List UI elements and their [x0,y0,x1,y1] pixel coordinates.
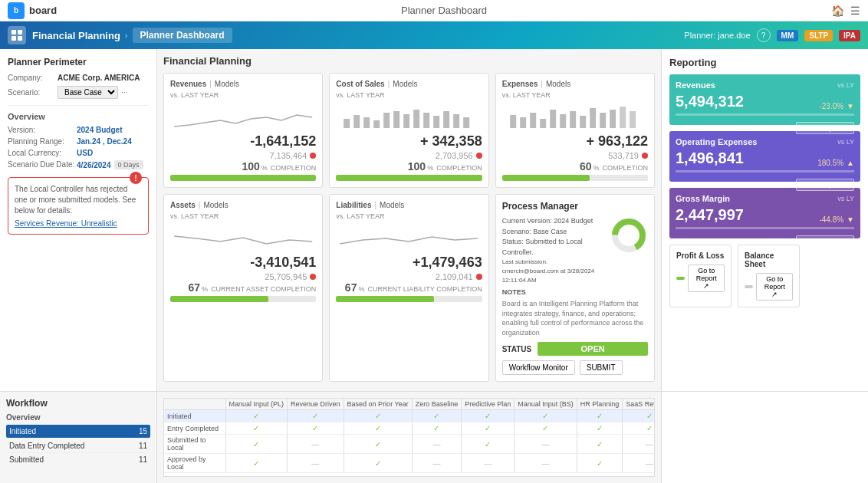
workflow-table: Manual Input (PL) Revenue Driven Based o… [164,399,655,473]
balance-sheet-row: Go to Report ↗ [745,273,793,301]
cos-sparkline [336,104,482,130]
workflow-right-filler [661,392,868,483]
col-revenue-driven: Revenue Driven [288,399,344,410]
cos-title: Cost of Sales [336,80,384,88]
opex-go-report-button[interactable]: Go to Report ↗ [796,179,854,191]
row-submitted-label: Submitted to Local [164,435,225,454]
svg-rect-19 [530,113,536,128]
workflow-left-panel: Workflow Overview Initiated 15 Data Entr… [0,392,157,483]
row-approved-label: Approved by Local [164,454,225,473]
assets-header: Assets | Models [170,201,316,209]
scenario-select[interactable]: Base Case [58,86,118,99]
reporting-bottom: Profit & Loss Go to Report ↗ Balance She… [669,245,796,307]
revenues-pct: 100 [242,160,259,172]
error-box: ! The Local Controller has rejected one … [8,177,149,235]
svg-rect-14 [443,111,449,128]
menu-icon[interactable]: ☰ [850,5,860,17]
scenario-row: Scenario: Base Case ··· [8,86,149,99]
process-buttons: Workflow Monitor SUBMIT [502,360,648,375]
nav-bar: Financial Planning › Planner Dashboard P… [0,21,868,49]
col-saas-revenue: SaaS Revenue [623,399,655,410]
error-icon: ! [130,172,142,184]
submit-button[interactable]: SUBMIT [580,360,623,375]
version-row: Version: 2024 Budget [8,126,149,134]
cost-of-sales-card: Cost of Sales | Models vs. LAST YEAR [329,73,488,188]
svg-rect-18 [520,117,526,128]
svg-rect-24 [580,116,586,128]
workflow-data-entry-row[interactable]: Data Entry Completed 11 [6,439,150,453]
col-manual-input-pl: Manual Input (PL) [225,399,288,410]
logo: b board [8,2,57,19]
col-predictive-plan: Predictive Plan [462,399,515,410]
more-options-btn[interactable]: ··· [121,88,127,97]
process-scenario: Scenario: Base Case [502,227,603,238]
due-date-label: Scenario Due Date: [8,160,77,169]
liabilities-title: Liabilities [336,201,371,209]
liabilities-subtitle: Models [380,201,404,209]
liabilities-progress-fill [336,296,434,302]
board-logo-icon: b [8,2,25,19]
revenues-card: Revenues | Models vs. LAST YEAR -1,641,1… [163,73,323,188]
status-open-button[interactable]: OPEN [538,342,648,356]
workflow-initiated-row[interactable]: Initiated 15 [6,425,150,438]
balance-sheet-go-button[interactable]: Go to Report ↗ [756,273,793,301]
badge-mm: MM [777,30,799,41]
cos-base: 2,703,956 [336,151,482,160]
reporting-gm-name: Gross Margin [676,194,730,203]
reporting-gm-change: -44.8% ▼ [819,215,854,224]
data-entry-count: 11 [139,442,147,450]
svg-rect-10 [403,114,409,128]
scenario-controls: Base Case ··· [58,86,127,99]
data-entry-label: Data Entry Completed [9,442,84,450]
company-value: ACME Corp. AMERICA [58,74,140,82]
help-button[interactable]: ? [757,28,771,42]
revenues-card-header: Revenues | Models [170,80,316,88]
process-notes: Board is an Intelligent Planning Platfor… [502,299,648,337]
expenses-change: + 963,122 [502,133,648,150]
svg-rect-25 [590,108,596,128]
version-label: Version: [8,126,77,134]
revenues-go-report-button[interactable]: Go to Report ↗ [796,122,854,134]
liabilities-base: 2,109,041 [336,272,482,281]
home-icon[interactable]: 🏠 [831,5,844,17]
workflow-monitor-button[interactable]: Workflow Monitor [502,360,575,375]
planning-range-label: Planning Range: [8,137,77,146]
cos-progress-fill [336,175,482,181]
assets-progress-fill [170,296,268,302]
row-initiated: Initiated ✓ ✓ ✓ ✓ ✓ ✓ ✓ ✓ ✓ ✓ ✓ ✓ ✓ [164,410,655,422]
svg-rect-15 [453,114,459,128]
reporting-revenues-value: 5,494,312 [676,93,744,110]
assets-base: 25,705,945 [170,272,316,281]
liabilities-period: vs. LAST YEAR [336,212,482,220]
initiated-count: 15 [139,427,147,435]
nav-right-section: Planner: jane.doe ? MM SLTP IPA [684,28,860,42]
row-initiated-label: Initiated [164,410,225,422]
revenues-progress-bg [170,175,316,181]
svg-rect-3 [18,36,22,41]
assets-sparkline [170,225,316,251]
badge-sltp: SLTP [804,30,833,41]
assets-red-dot [310,274,316,280]
days-badge: 0 Days [114,160,143,169]
expenses-header: Expenses | Models [502,80,648,88]
expenses-card: Expenses | Models vs. LAST YEAR [495,73,655,188]
reporting-gm-value: 2,447,997 [676,206,744,224]
cos-red-dot [476,153,482,159]
svg-rect-17 [510,115,516,128]
gm-go-report-button[interactable]: Go to Report ↗ [796,235,854,248]
currency-row: Local Currency: USD [8,149,149,157]
cos-subtitle: Models [393,80,417,88]
liabilities-change: +1,479,463 [336,255,482,271]
company-row: Company: ACME Corp. AMERICA [8,74,149,82]
badge-ipa: IPA [839,30,860,41]
revenues-sparkline [170,104,316,130]
process-manager-info: Current Version: 2024 Budget Scenario: B… [502,216,603,285]
profit-loss-go-button[interactable]: Go to Report ↗ [688,264,725,292]
profit-loss-card: Profit & Loss Go to Report ↗ [669,245,732,307]
expenses-period: vs. LAST YEAR [502,91,648,99]
revenues-subtitle: Models [215,80,239,88]
reporting-opex-card: Operating Expenses vs LY 1,496,841 180.5… [669,131,860,182]
svg-rect-9 [393,111,399,128]
svg-rect-27 [610,110,616,128]
workflow-submitted-row[interactable]: Submitted 11 [6,453,150,466]
